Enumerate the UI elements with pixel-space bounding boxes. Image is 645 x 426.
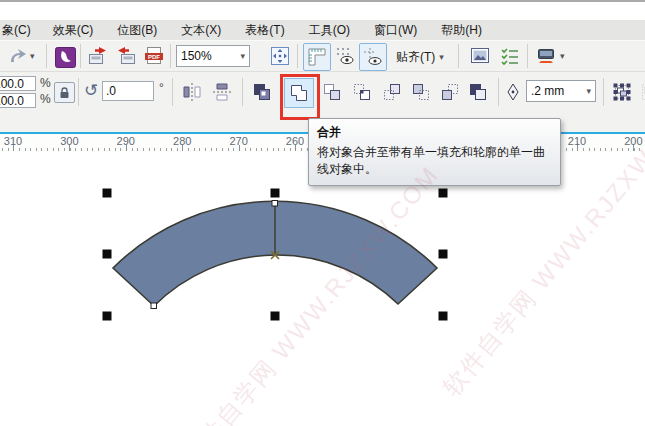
rotation-angle-field[interactable]: .0 bbox=[102, 81, 154, 101]
mirror-horizontal-button[interactable] bbox=[180, 80, 204, 104]
menu-help[interactable]: 帮助(H) bbox=[429, 22, 494, 39]
pdf-icon: PDF bbox=[143, 45, 165, 67]
grid-eye-icon bbox=[334, 45, 356, 67]
front-minus-back-button[interactable] bbox=[409, 80, 433, 104]
show-rulers-button[interactable] bbox=[303, 43, 331, 71]
menu-tools[interactable]: 工具(O) bbox=[297, 22, 362, 39]
snap-to-button[interactable]: 贴齐(T) ▾ bbox=[396, 49, 444, 66]
outline-width-label bbox=[504, 80, 522, 104]
export-icon bbox=[115, 45, 137, 67]
menu-object[interactable]: 象(C) bbox=[0, 22, 41, 39]
combine-icon bbox=[251, 81, 273, 103]
tooltip-body: 将对象合并至带有单一填充和轮廓的单一曲线对象中。 bbox=[317, 144, 552, 179]
separator bbox=[78, 78, 79, 106]
simplify-button[interactable] bbox=[380, 80, 404, 104]
rotate-icon: ↺ bbox=[84, 82, 98, 99]
trim-button[interactable] bbox=[320, 80, 344, 104]
standard-toolbar: ▾ PDF bbox=[0, 40, 645, 72]
intersect-button[interactable] bbox=[350, 80, 374, 104]
degree-label: ° bbox=[159, 81, 164, 95]
publish-pdf-button[interactable]: PDF bbox=[142, 44, 166, 68]
application-settings-button[interactable] bbox=[498, 44, 522, 68]
mirror-vertical-button[interactable] bbox=[210, 80, 234, 104]
picture-icon bbox=[469, 45, 491, 67]
drawing-canvas[interactable] bbox=[0, 152, 645, 426]
separator bbox=[498, 78, 499, 106]
combine-button[interactable] bbox=[250, 80, 274, 104]
guidelines-eye-icon bbox=[363, 47, 383, 67]
wrap-text-button[interactable] bbox=[610, 80, 634, 104]
back-minus-front-button[interactable] bbox=[438, 80, 462, 104]
separator bbox=[458, 44, 459, 68]
trim-icon bbox=[321, 81, 343, 103]
zoom-level-combo[interactable]: 150% ▾ bbox=[176, 45, 250, 67]
launcher-dropdown[interactable]: ▾ bbox=[560, 52, 565, 61]
scale-y-field[interactable]: 100.0 bbox=[0, 93, 36, 108]
ruler-major-tick bbox=[633, 145, 634, 151]
tooltip-title: 合并 bbox=[317, 124, 552, 141]
back-minus-front-icon bbox=[439, 81, 461, 103]
menu-table[interactable]: 表格(T) bbox=[233, 22, 296, 39]
disabled-shaping-icon bbox=[639, 81, 645, 103]
options-button[interactable] bbox=[468, 44, 492, 68]
redo-dropdown[interactable]: ▾ bbox=[30, 52, 35, 61]
import-icon bbox=[87, 45, 109, 67]
scale-x-value: 100.0 bbox=[0, 77, 24, 91]
mirror-vertical-icon bbox=[211, 81, 233, 103]
percent-y-label: % bbox=[40, 92, 51, 106]
outline-width-combo[interactable]: .2 mm ▾ bbox=[526, 80, 596, 102]
separator bbox=[603, 78, 604, 106]
outline-width-value: .2 mm bbox=[531, 84, 564, 98]
export-button[interactable] bbox=[114, 44, 138, 68]
separator bbox=[297, 44, 298, 68]
disabled-tool-button bbox=[638, 80, 645, 104]
show-guidelines-button[interactable] bbox=[359, 43, 387, 71]
app-window: 象(C) 效果(C) 位图(B) 文本(X) 表格(T) 工具(O) 窗口(W)… bbox=[0, 0, 645, 426]
powertrace-button[interactable] bbox=[53, 45, 77, 69]
ruler-major-tick bbox=[239, 145, 240, 151]
selection-handles-icon bbox=[611, 81, 633, 103]
property-bar: 100.0 % 100.0 % ↺ .0 ° bbox=[0, 71, 645, 112]
menu-effects[interactable]: 效果(C) bbox=[41, 22, 106, 39]
launcher-icon bbox=[535, 45, 557, 67]
separator bbox=[46, 44, 47, 68]
separator bbox=[170, 44, 171, 68]
red-highlight-annotation bbox=[280, 74, 320, 120]
create-boundary-button[interactable] bbox=[466, 80, 490, 104]
weld-tooltip: 合并 将对象合并至带有单一填充和轮廓的单一曲线对象中。 bbox=[308, 118, 561, 186]
scale-y-value: 100.0 bbox=[0, 94, 24, 108]
chevron-down-icon: ▾ bbox=[439, 53, 444, 62]
ruler-major-tick bbox=[13, 145, 14, 151]
front-minus-back-icon bbox=[410, 81, 432, 103]
separator bbox=[80, 44, 81, 68]
chevron-down-icon: ▾ bbox=[586, 87, 591, 96]
menu-window[interactable]: 窗口(W) bbox=[362, 22, 429, 39]
percent-x-label: % bbox=[40, 76, 51, 90]
snap-to-label: 贴齐(T) bbox=[396, 49, 435, 66]
ruler-major-tick bbox=[182, 145, 183, 151]
lock-icon bbox=[59, 87, 70, 99]
menu-bar: 象(C) 效果(C) 位图(B) 文本(X) 表格(T) 工具(O) 窗口(W)… bbox=[0, 20, 645, 40]
app-launcher-button[interactable] bbox=[534, 44, 558, 68]
zoom-level-value: 150% bbox=[181, 49, 212, 63]
menu-text[interactable]: 文本(X) bbox=[169, 22, 233, 39]
import-button[interactable] bbox=[86, 44, 110, 68]
scale-x-field[interactable]: 100.0 bbox=[0, 76, 36, 91]
show-grid-button[interactable] bbox=[333, 44, 357, 68]
separator bbox=[242, 78, 243, 106]
pen-nib-icon bbox=[506, 83, 520, 101]
powertrace-icon bbox=[55, 47, 76, 68]
redo-button[interactable] bbox=[6, 44, 30, 68]
fullscreen-preview-button[interactable] bbox=[268, 44, 292, 68]
ruler-major-tick bbox=[69, 145, 70, 151]
ruler-major-tick bbox=[295, 145, 296, 151]
simplify-icon bbox=[381, 81, 403, 103]
intersect-icon bbox=[351, 81, 373, 103]
ruler-major-tick bbox=[126, 145, 127, 151]
menu-bitmaps[interactable]: 位图(B) bbox=[105, 22, 169, 39]
boundary-icon bbox=[467, 81, 489, 103]
lock-ratio-button[interactable] bbox=[54, 82, 75, 103]
titlebar-strip bbox=[0, 2, 645, 20]
ruler-major-tick bbox=[577, 145, 578, 151]
chevron-down-icon: ▾ bbox=[240, 52, 245, 61]
